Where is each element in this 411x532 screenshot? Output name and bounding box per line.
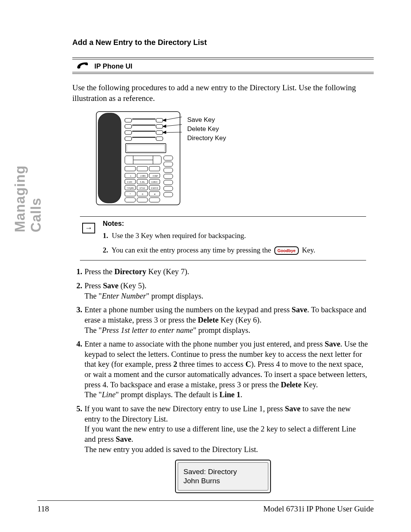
page: Managing Calls Add a New Entry to the Di… xyxy=(0,0,411,532)
callout-delete: Delete Key xyxy=(187,125,226,133)
svg-rect-5 xyxy=(125,125,132,128)
intro-text: Use the following procedures to add a ne… xyxy=(72,82,374,104)
svg-rect-48 xyxy=(125,198,135,202)
svg-rect-50 xyxy=(149,198,160,202)
page-number: 118 xyxy=(37,504,49,514)
arrow-right-icon: → xyxy=(82,223,95,233)
footer-rule xyxy=(37,500,374,501)
svg-rect-28 xyxy=(164,168,173,173)
section-title: Add a New Entry to the Directory List xyxy=(72,38,374,47)
svg-text:3 DEF: 3 DEF xyxy=(153,175,158,177)
note-item-1: 1. Use the 3 Key when required for backs… xyxy=(103,232,366,240)
svg-rect-11 xyxy=(125,137,132,141)
notes-block: → Notes: 1. Use the 3 Key when required … xyxy=(80,216,366,261)
svg-rect-9 xyxy=(132,131,155,131)
phone-drawing: 1 2 ABC 3 DEF 4 GHI 5 JKL 6 MNO 7 PQRS 8… xyxy=(94,108,182,209)
step-2: 2. Press Save (Key 5). The "Enter Number… xyxy=(72,281,368,301)
lcd-line-1: Saved: Directory xyxy=(183,467,263,476)
svg-text:6 MNO: 6 MNO xyxy=(151,181,158,183)
svg-rect-8 xyxy=(125,131,132,134)
notes-heading: Notes: xyxy=(103,220,366,228)
svg-text:7 PQRS: 7 PQRS xyxy=(127,187,134,189)
svg-rect-1 xyxy=(98,113,121,203)
svg-rect-32 xyxy=(164,192,173,197)
svg-rect-29 xyxy=(164,174,173,179)
ip-phone-ui-label: IP Phone UI xyxy=(94,62,132,70)
step-1: 1. Press the Directory Key (Key 7). xyxy=(72,267,368,277)
ip-phone-ui-bar: IP Phone UI xyxy=(72,58,374,74)
svg-text:4 GHI: 4 GHI xyxy=(127,181,132,183)
svg-rect-35 xyxy=(149,166,160,171)
procedure-steps: 1. Press the Directory Key (Key 7). 2. P… xyxy=(72,267,368,454)
svg-rect-2 xyxy=(125,118,132,122)
side-tab: Managing Calls xyxy=(12,133,27,232)
callout-labels: Save Key Delete Key Directory Key xyxy=(187,116,226,142)
doc-title: Model 6731i IP Phone User Guide xyxy=(263,504,374,514)
goodbye-key-icon: Goodbye xyxy=(274,246,299,255)
page-footer: 118 Model 6731i IP Phone User Guide xyxy=(37,504,374,514)
svg-rect-27 xyxy=(164,162,173,166)
step-3: 3. Enter a phone number using the number… xyxy=(72,305,368,335)
svg-rect-13 xyxy=(156,137,163,141)
svg-rect-6 xyxy=(132,125,155,125)
svg-rect-31 xyxy=(164,186,173,191)
svg-text:8 TUV: 8 TUV xyxy=(140,187,145,189)
svg-rect-10 xyxy=(156,131,163,134)
svg-rect-49 xyxy=(137,198,148,202)
callout-save: Save Key xyxy=(187,116,226,124)
phone-receiver-icon xyxy=(76,61,89,70)
svg-text:9 WXYZ: 9 WXYZ xyxy=(151,187,158,189)
svg-rect-3 xyxy=(132,119,155,119)
lcd-line-2: John Burns xyxy=(183,476,263,486)
step-4: 4. Enter a name to associate with the ph… xyxy=(72,339,368,400)
svg-text:2 ABC: 2 ABC xyxy=(140,175,146,177)
svg-rect-4 xyxy=(156,118,163,122)
step-5: 5. If you want to save the new Directory… xyxy=(72,404,368,454)
lcd-display: Saved: Directory John Burns xyxy=(175,460,271,493)
side-tab-label: Managing Calls xyxy=(12,133,44,232)
svg-rect-12 xyxy=(132,137,155,137)
svg-rect-33 xyxy=(125,166,135,171)
svg-rect-26 xyxy=(164,156,173,160)
note-item-2: 2. You can exit the entry process any ti… xyxy=(103,246,366,255)
callout-directory: Directory Key xyxy=(187,134,226,142)
svg-rect-30 xyxy=(164,180,173,185)
svg-rect-7 xyxy=(156,125,163,128)
svg-text:5 JKL: 5 JKL xyxy=(140,181,145,183)
phone-illustration: 1 2 ABC 3 DEF 4 GHI 5 JKL 6 MNO 7 PQRS 8… xyxy=(94,108,374,209)
svg-text:1: 1 xyxy=(130,175,131,177)
svg-rect-20 xyxy=(126,144,166,153)
svg-rect-34 xyxy=(137,166,148,171)
